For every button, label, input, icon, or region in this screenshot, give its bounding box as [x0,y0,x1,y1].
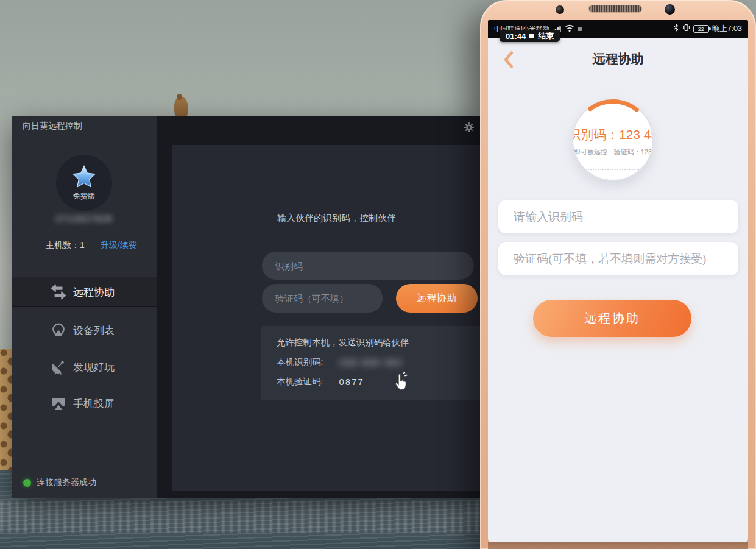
local-code-label: 本机验证码: [277,376,323,388]
record-timer: 01:44 [506,32,526,41]
partner-id-input[interactable] [262,252,474,280]
arrows-swap-icon [49,283,68,301]
remote-assist-panel: 输入伙伴的识别码，控制伙伴 远程协助 允许控制本机，发送识别码给伙伴 本机识别码… [172,145,481,491]
status-text: 连接服务器成功 [37,477,96,488]
local-info-box: 允许控制本机，发送识别码给伙伴 本机识别码: 288 898 982 本机验证码… [261,326,481,400]
partner-code-input[interactable] [262,284,383,313]
page-title: 远程协助 [488,51,748,68]
phone-bottom-bezel [488,542,748,549]
local-id-text: 识别码：123 45 [572,126,654,143]
remote-assist-button[interactable]: 远程协助 [396,284,478,313]
sidebar-item-discover[interactable]: 发现好玩 [12,352,157,382]
phone-front-sensor [556,5,564,14]
settings-gear-icon[interactable] [464,122,475,133]
sunflower-remote-window: 向日葵远程控制 [12,116,481,498]
hosts-count: 主机数：1 [46,240,85,250]
sidebar-item-remote-assist[interactable]: 远程协助 [12,277,157,307]
record-stop-label: 结束 [538,30,554,41]
local-code-value: 0877 [339,377,364,387]
bluetooth-icon [673,23,679,35]
allow-control-text: 允许控制本机，发送识别码给伙伴 [277,337,467,349]
sidebar-item-label: 手机投屏 [73,397,115,411]
vibrate-icon [682,23,690,35]
local-id-blurred: 288 898 982 [339,357,403,367]
sidebar-item-screen-cast[interactable]: 手机投屏 [12,388,157,419]
local-id-label: 本机识别码: [277,356,323,368]
sidebar-item-label: 远程协助 [73,285,115,299]
satellite-dish-icon [49,359,68,375]
account-id-blurred: 2712627628 [43,213,125,224]
sidebar-item-label: 设备列表 [73,324,115,338]
status-green-dot [23,479,31,487]
upgrade-renew-link[interactable]: 升级/续费 [101,240,137,250]
phone-code-input[interactable] [498,242,738,275]
screen-record-overlay[interactable]: 01:44 结束 [500,30,560,42]
phone-id-input[interactable] [498,200,738,233]
screen-cast-icon [49,395,68,411]
sidebar-item-label: 发现好玩 [73,360,115,374]
local-id-circle: 识别码：123 45 即可被远控 验证码：123 [572,99,654,181]
phone-front-camera [665,4,675,15]
clock-time: 晚上7:03 [712,24,742,34]
mouse-hand-cursor-icon [392,372,409,392]
star-badge-icon [71,165,97,190]
partner-prompt: 输入伙伴的识别码，控制伙伴 [277,213,396,224]
phone-remote-assist-button[interactable]: 远程协助 [533,300,691,337]
wifi-icon [565,24,574,35]
phone-device: 中国联通|小米移动 [480,0,756,549]
dashed-divider [586,169,640,170]
status-square-icon [578,27,582,31]
phone-earpiece-speaker [588,5,642,13]
window-title: 向日葵远程控制 [23,121,82,132]
connection-status: 连接服务器成功 [23,477,96,488]
avatar: 免费版 [56,155,112,211]
stop-square-icon [529,34,534,38]
device-list-icon [49,322,68,338]
sidebar-item-device-list[interactable]: 设备列表 [12,315,157,345]
hosts-row: 主机数：1 升级/续费 [46,240,137,251]
battery-percent: 22 [698,26,704,32]
battery-icon: 22 [693,25,709,33]
screenshot-stage: 向日葵远程控制 [0,0,756,549]
phone-screen: 中国联通|小米移动 [488,20,748,542]
plan-badge: 免费版 [72,191,96,202]
local-code-subtext: 即可被远控 验证码：123 [574,147,652,157]
background-giraffe-head [174,96,188,118]
